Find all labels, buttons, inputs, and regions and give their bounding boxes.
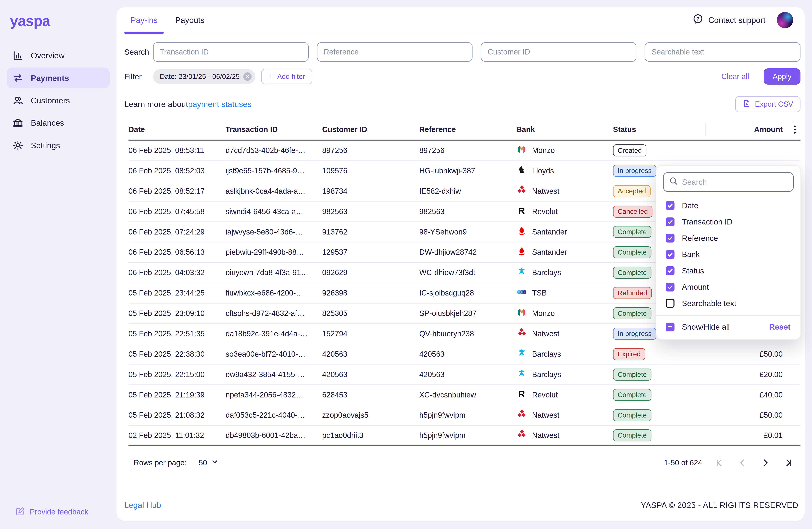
last-page-button[interactable] bbox=[783, 457, 794, 469]
cell-reference: 982563 bbox=[419, 207, 516, 216]
contact-support-button[interactable]: ? Contact support bbox=[692, 14, 766, 27]
transaction-id-search-input[interactable] bbox=[153, 42, 308, 62]
column-option-date[interactable]: Date bbox=[663, 197, 794, 214]
bank-name: Monzo bbox=[532, 309, 555, 318]
cell-transaction-id: cftsohs-d972-4832-af… bbox=[226, 309, 322, 318]
show-hide-all-label: Show/Hide all bbox=[682, 323, 730, 331]
cell-reference: 897256 bbox=[419, 146, 516, 155]
checkbox-checked-icon[interactable] bbox=[666, 250, 675, 259]
cell-reference: 98-YSehwon9 bbox=[419, 228, 516, 236]
svg-text:B: B bbox=[524, 291, 525, 294]
bank-name: Lloyds bbox=[532, 167, 554, 175]
col-header-date[interactable]: Date bbox=[129, 120, 226, 140]
column-menu-kebab-icon[interactable] bbox=[789, 124, 800, 135]
sidebar-item-payments[interactable]: Payments bbox=[7, 68, 110, 88]
plus-icon: + bbox=[268, 71, 274, 81]
cell-transaction-id: oiuyewn-7da8-4f3a-91… bbox=[226, 268, 322, 277]
cell-transaction-id: piebwiu-29ff-490b-88… bbox=[226, 248, 322, 257]
tab-pay-ins[interactable]: Pay-ins bbox=[124, 7, 164, 33]
checkbox-checked-icon[interactable] bbox=[666, 234, 675, 243]
avatar[interactable] bbox=[777, 12, 793, 28]
cell-bank: Santander bbox=[517, 226, 613, 238]
filter-label: Filter bbox=[124, 72, 153, 81]
col-header-status[interactable]: Status bbox=[613, 120, 706, 140]
column-option-bank[interactable]: Bank bbox=[663, 246, 794, 263]
bank-name: Revolut bbox=[532, 391, 558, 399]
table-row[interactable]: 05 Feb 2025, 22:38:30so3ea00e-bf72-4010-… bbox=[129, 344, 800, 364]
bank-name: Monzo bbox=[532, 146, 555, 155]
table-row[interactable]: 02 Feb 2025, 11:01:32db49803b-6001-42ba…… bbox=[129, 426, 800, 446]
checkbox-checked-icon[interactable] bbox=[666, 201, 675, 210]
column-option-status[interactable]: Status bbox=[663, 262, 794, 279]
first-page-button[interactable] bbox=[714, 457, 725, 469]
remove-filter-icon[interactable]: × bbox=[243, 72, 252, 81]
previous-page-button[interactable] bbox=[737, 457, 748, 469]
add-filter-button[interactable]: + Add filter bbox=[261, 69, 313, 84]
sidebar-item-balances[interactable]: Balances bbox=[7, 113, 110, 133]
col-header-reference[interactable]: Reference bbox=[419, 120, 516, 140]
bank-name: Natwest bbox=[532, 329, 560, 338]
next-page-button[interactable] bbox=[760, 457, 771, 469]
sidebar-item-settings[interactable]: Settings bbox=[7, 135, 110, 156]
column-option-reference[interactable]: Reference bbox=[663, 230, 794, 246]
sidebar-item-label: Payments bbox=[31, 73, 69, 83]
reference-search-input[interactable] bbox=[317, 42, 473, 62]
table-row[interactable]: 05 Feb 2025, 22:15:00ew9a432-3854-4155-…… bbox=[129, 364, 800, 385]
col-header-customer-id[interactable]: Customer ID bbox=[322, 120, 419, 140]
cell-reference: h5pjn9fwvipm bbox=[419, 411, 516, 419]
column-menu-options: Date Transaction ID Reference Bank Statu… bbox=[663, 197, 794, 312]
column-option-transaction-id[interactable]: Transaction ID bbox=[663, 214, 794, 230]
date-filter-chip[interactable]: Date: 23/01/25 - 06/02/25 × bbox=[153, 69, 256, 84]
tab-payouts[interactable]: Payouts bbox=[169, 7, 211, 33]
rows-per-page-select[interactable]: 50 bbox=[199, 458, 218, 467]
column-menu-search-input[interactable] bbox=[682, 177, 788, 187]
sidebar-item-customers[interactable]: Customers bbox=[7, 90, 110, 111]
table-row[interactable]: 05 Feb 2025, 21:08:32daf053c5-221c-4040-… bbox=[129, 405, 800, 426]
status-badge: Cancelled bbox=[613, 205, 653, 218]
column-menu-search[interactable] bbox=[663, 172, 794, 192]
status-badge: Refunded bbox=[613, 287, 652, 299]
table-row[interactable]: 05 Feb 2025, 21:19:39npefa344-2056-4832…… bbox=[129, 385, 800, 405]
natwest-logo bbox=[517, 328, 527, 340]
status-badge: Accepted bbox=[613, 185, 651, 197]
provide-feedback-button[interactable]: Provide feedback bbox=[16, 506, 88, 518]
cell-reference: IE582-dxhiw bbox=[419, 187, 516, 196]
table-header: Date Transaction ID Customer ID Referenc… bbox=[129, 120, 800, 141]
cell-customer-id: 982563 bbox=[322, 207, 419, 216]
customer-id-search-input[interactable] bbox=[481, 42, 636, 62]
col-header-bank[interactable]: Bank bbox=[517, 120, 613, 140]
clear-all-button[interactable]: Clear all bbox=[721, 72, 749, 81]
table-row[interactable]: 06 Feb 2025, 08:53:11d7cd7d53-402b-46fe-… bbox=[129, 141, 800, 161]
checkbox-checked-icon[interactable] bbox=[666, 217, 675, 226]
payment-statuses-link[interactable]: payment statuses bbox=[188, 99, 252, 109]
checkbox-checked-icon[interactable] bbox=[666, 283, 675, 291]
reset-button[interactable]: Reset bbox=[769, 323, 794, 331]
cell-transaction-id: aslkjbnk-0ca4-4ada-a… bbox=[226, 187, 322, 196]
checkbox-unchecked-icon[interactable] bbox=[666, 299, 675, 308]
cell-bank: Santander bbox=[517, 246, 613, 259]
payments-icon bbox=[12, 72, 24, 84]
checkbox-checked-icon[interactable] bbox=[666, 266, 675, 275]
export-csv-button[interactable]: Export CSV bbox=[735, 96, 800, 112]
col-header-transaction-id[interactable]: Transaction ID bbox=[226, 120, 322, 140]
column-option-label: Amount bbox=[682, 283, 709, 291]
cell-customer-id: 109576 bbox=[322, 167, 419, 175]
sidebar-item-overview[interactable]: Overview bbox=[7, 45, 110, 66]
topbar-right: ? Contact support bbox=[692, 12, 793, 28]
status-badge: Complete bbox=[613, 369, 651, 381]
col-header-amount[interactable]: Amount bbox=[706, 120, 785, 140]
column-option-amount[interactable]: Amount bbox=[663, 279, 794, 295]
cell-status: Complete bbox=[613, 409, 706, 421]
apply-button[interactable]: Apply bbox=[764, 68, 800, 85]
searchable-text-search-input[interactable] bbox=[645, 42, 800, 62]
column-option-searchable-text[interactable]: Searchable text bbox=[663, 295, 794, 312]
show-hide-all-checkbox[interactable] bbox=[666, 323, 675, 331]
cell-customer-id: 628453 bbox=[322, 391, 419, 399]
cell-date: 02 Feb 2025, 11:01:32 bbox=[129, 431, 226, 440]
cell-date: 05 Feb 2025, 23:44:25 bbox=[129, 289, 226, 297]
legal-hub-link[interactable]: Legal Hub bbox=[124, 500, 161, 510]
settings-icon bbox=[12, 139, 24, 152]
cell-bank: Natwest bbox=[517, 328, 613, 340]
cell-transaction-id: ijsf9e65-157b-4685-9… bbox=[226, 167, 322, 175]
cell-customer-id: 420563 bbox=[322, 370, 419, 379]
